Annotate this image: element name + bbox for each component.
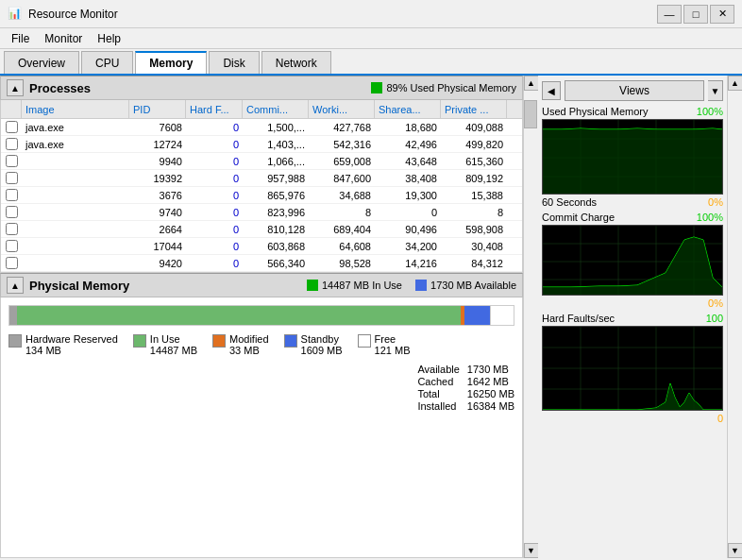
table-row[interactable]: java.exe 7608 0 1,500,... 427,768 18,680… <box>1 119 522 136</box>
row-commit: 1,403,... <box>243 139 309 150</box>
stat-cached-label: Cached <box>417 376 459 387</box>
views-dropdown-btn[interactable]: ▼ <box>708 80 723 101</box>
process-rows: java.exe 7608 0 1,500,... 427,768 18,680… <box>1 119 522 272</box>
table-row[interactable]: 9420 0 566,340 98,528 14,216 84,312 <box>1 255 522 272</box>
chart-commit-pct: 100% <box>697 212 723 223</box>
row-hard: 0 <box>186 139 243 150</box>
row-checkbox[interactable] <box>6 189 18 201</box>
chart-commit-bottom-pct: 0% <box>708 297 723 309</box>
th-private[interactable]: Private ... <box>441 100 507 118</box>
processes-title: Processes <box>29 81 371 95</box>
tab-overview[interactable]: Overview <box>4 51 79 74</box>
app-icon: 📊 <box>8 7 23 22</box>
table-row[interactable]: 19392 0 957,988 847,600 38,408 809,192 <box>1 170 522 187</box>
main-scrollbar: ▲ ▼ <box>523 76 538 558</box>
right-scroll-track[interactable] <box>728 91 742 543</box>
physical-memory-collapse[interactable]: ▲ <box>7 277 24 294</box>
table-row[interactable]: java.exe 12724 0 1,403,... 542,316 42,49… <box>1 136 522 153</box>
row-checkbox[interactable] <box>6 206 18 218</box>
legend-modified-label: Modified 33 MB <box>229 333 269 356</box>
processes-status: 89% Used Physical Memory <box>371 82 516 93</box>
row-cb-cell <box>1 240 22 252</box>
table-row[interactable]: 2664 0 810,128 689,404 90,496 598,908 <box>1 221 522 238</box>
row-commit: 823,996 <box>243 207 309 218</box>
menu-file[interactable]: File <box>4 30 37 47</box>
th-commit[interactable]: Commi... <box>243 100 309 118</box>
row-checkbox[interactable] <box>6 121 18 133</box>
row-working: 98,528 <box>309 258 375 269</box>
maximize-button[interactable]: □ <box>683 5 708 24</box>
tab-cpu[interactable]: CPU <box>81 51 133 74</box>
th-shared[interactable]: Sharea... <box>375 100 441 118</box>
physical-memory-section: ▲ Physical Memory 14487 MB In Use 1730 M… <box>0 273 523 558</box>
row-cb-cell <box>1 121 22 133</box>
stat-available-value: 1730 MB <box>467 364 514 375</box>
physical-inuse-text: 14487 MB In Use <box>322 280 402 291</box>
svg-marker-7 <box>543 128 722 195</box>
legend-modified-box <box>212 334 226 348</box>
row-shared: 19,300 <box>375 190 441 201</box>
row-private: 8 <box>441 207 507 218</box>
physical-available-text: 1730 MB Available <box>430 280 516 291</box>
scroll-thumb[interactable] <box>524 100 537 128</box>
right-scroll-down-btn[interactable]: ▼ <box>728 543 743 558</box>
row-cb-cell <box>1 223 22 235</box>
chart-commit-canvas <box>542 225 723 296</box>
row-cb-cell <box>1 155 22 167</box>
th-hard[interactable]: Hard F... <box>186 100 243 118</box>
memory-bar <box>8 305 514 326</box>
close-button[interactable]: ✕ <box>710 5 734 24</box>
physical-memory-header[interactable]: ▲ Physical Memory 14487 MB In Use 1730 M… <box>0 273 523 297</box>
row-checkbox[interactable] <box>6 138 18 150</box>
scroll-up-btn[interactable]: ▲ <box>524 76 539 91</box>
physical-memory-content: Hardware Reserved 134 MB In Use 14487 MB <box>0 297 523 558</box>
chart-commit-title: Commit Charge <box>542 212 615 223</box>
table-row[interactable]: 9740 0 823,996 8 0 8 <box>1 204 522 221</box>
row-checkbox[interactable] <box>6 172 18 184</box>
legend-inuse-box <box>133 334 146 348</box>
row-commit: 566,340 <box>243 258 309 269</box>
row-checkbox[interactable] <box>6 240 18 252</box>
available-indicator <box>415 280 427 291</box>
row-cb-cell <box>1 172 22 184</box>
th-working[interactable]: Worki... <box>309 100 375 118</box>
row-private: 30,408 <box>441 241 507 252</box>
right-scroll-up-btn[interactable]: ▲ <box>728 76 743 91</box>
bar-standby <box>464 306 490 325</box>
chart-hardfaults: Hard Faults/sec 100 <box>542 313 723 424</box>
table-row[interactable]: 9940 0 1,066,... 659,008 43,648 615,360 <box>1 153 522 170</box>
processes-header[interactable]: ▲ Processes 89% Used Physical Memory <box>0 76 523 100</box>
processes-collapse[interactable]: ▲ <box>7 79 24 96</box>
menu-help[interactable]: Help <box>90 30 128 47</box>
legend-standby-box <box>284 334 297 348</box>
row-private: 809,192 <box>441 173 507 184</box>
table-row[interactable]: 17044 0 603,868 64,608 34,200 30,408 <box>1 238 522 255</box>
scroll-track[interactable] <box>524 91 538 543</box>
tab-disk[interactable]: Disk <box>209 51 259 74</box>
row-working: 8 <box>309 207 375 218</box>
row-private: 84,312 <box>441 258 507 269</box>
menu-monitor[interactable]: Monitor <box>37 30 90 47</box>
row-checkbox[interactable] <box>6 155 18 167</box>
right-expand-btn[interactable]: ◀ <box>542 81 561 100</box>
views-button[interactable]: Views <box>565 80 704 101</box>
minimize-button[interactable]: — <box>657 5 682 24</box>
th-pid[interactable]: PID <box>129 100 186 118</box>
legend-free-label: Free 121 MB <box>375 333 411 356</box>
title-bar: 📊 Resource Monitor — □ ✕ <box>0 0 742 28</box>
tab-network[interactable]: Network <box>261 51 331 74</box>
row-name: java.exe <box>22 139 129 150</box>
row-checkbox[interactable] <box>6 257 18 269</box>
row-pid: 12724 <box>129 139 186 150</box>
row-pid: 19392 <box>129 173 186 184</box>
row-hard: 0 <box>186 224 243 235</box>
row-checkbox[interactable] <box>6 223 18 235</box>
scroll-down-btn[interactable]: ▼ <box>524 543 539 558</box>
table-row[interactable]: 3676 0 865,976 34,688 19,300 15,388 <box>1 187 522 204</box>
physical-memory-title: Physical Memory <box>29 279 307 293</box>
right-scrollbar: ▲ ▼ <box>727 76 742 558</box>
tab-memory[interactable]: Memory <box>135 51 207 74</box>
chart-used-physical-title: Used Physical Memory <box>542 106 648 117</box>
row-name: java.exe <box>22 122 129 133</box>
th-image[interactable]: Image <box>22 100 129 118</box>
